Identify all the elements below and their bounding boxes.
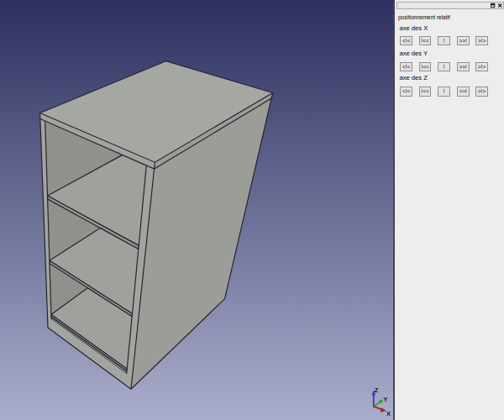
svg-text:Z: Z (375, 386, 379, 394)
svg-text:X: X (386, 410, 391, 417)
svg-text:Y: Y (384, 396, 388, 403)
